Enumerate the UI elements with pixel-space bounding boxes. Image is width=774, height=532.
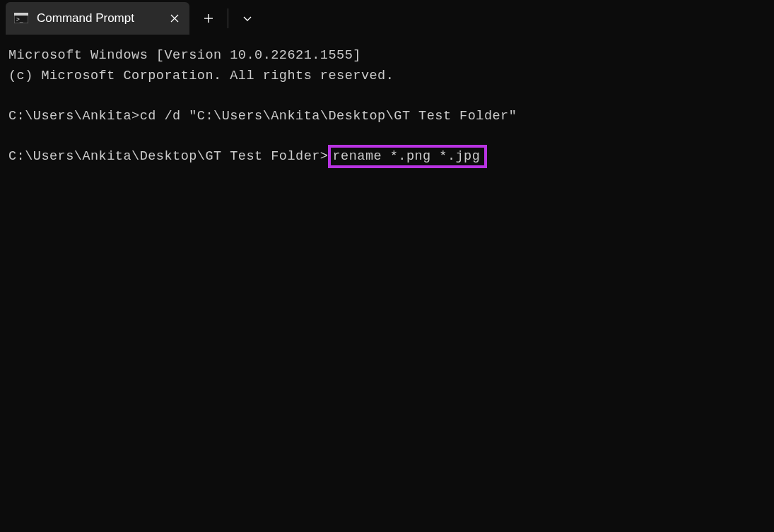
divider <box>228 8 228 28</box>
close-icon[interactable] <box>168 12 181 25</box>
terminal-icon: >_ <box>14 13 28 24</box>
tab-dropdown-button[interactable] <box>230 0 265 36</box>
prompt-2-prefix: C:\Users\Ankita\Desktop\GT Test Folder> <box>8 149 328 164</box>
prompt-2-command: rename *.png *.jpg <box>332 149 480 164</box>
new-tab-button[interactable] <box>191 0 226 36</box>
copyright-line: (c) Microsoft Corporation. All rights re… <box>8 69 394 83</box>
tab-title: Command Prompt <box>37 11 140 25</box>
version-line: Microsoft Windows [Version 10.0.22621.15… <box>8 48 361 63</box>
terminal-output[interactable]: Microsoft Windows [Version 10.0.22621.15… <box>0 36 774 177</box>
svg-rect-1 <box>14 13 28 16</box>
tab-command-prompt[interactable]: >_ Command Prompt <box>6 2 189 35</box>
prompt-1-prefix: C:\Users\Ankita> <box>8 109 140 124</box>
highlighted-command: rename *.png *.jpg <box>328 145 487 168</box>
titlebar: >_ Command Prompt <box>0 0 774 36</box>
svg-text:>_: >_ <box>16 16 23 23</box>
prompt-1-command: cd /d "C:\Users\Ankita\Desktop\GT Test F… <box>140 109 517 124</box>
titlebar-actions <box>191 0 265 36</box>
